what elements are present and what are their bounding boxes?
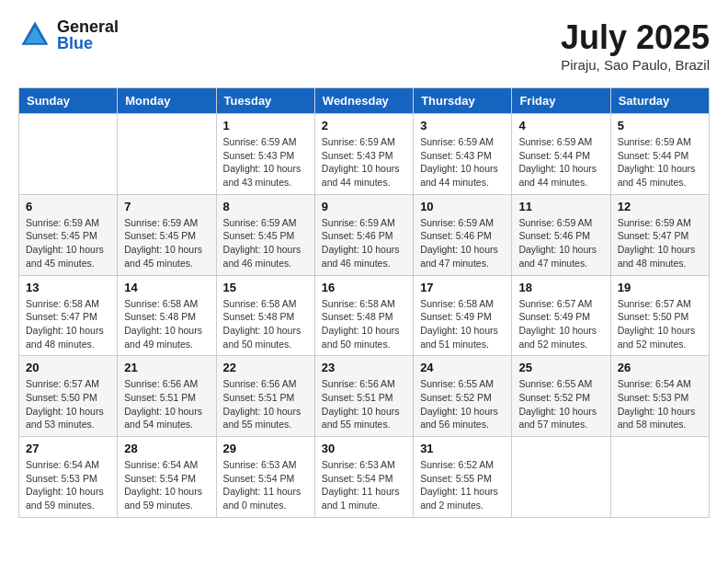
calendar-week-2: 6Sunrise: 6:59 AMSunset: 5:45 PMDaylight…	[19, 194, 710, 275]
day-info: Sunrise: 6:59 AMSunset: 5:43 PMDaylight:…	[420, 135, 505, 190]
calendar-cell: 22Sunrise: 6:56 AMSunset: 5:51 PMDayligh…	[216, 356, 314, 437]
day-header-sunday: Sunday	[19, 88, 118, 114]
calendar-cell	[512, 437, 610, 518]
day-number: 25	[518, 361, 603, 374]
day-header-monday: Monday	[118, 88, 216, 114]
day-number: 28	[124, 442, 209, 455]
day-info: Sunrise: 6:58 AMSunset: 5:48 PMDaylight:…	[124, 297, 209, 351]
day-number: 22	[223, 361, 308, 374]
calendar-week-3: 13Sunrise: 6:58 AMSunset: 5:47 PMDayligh…	[19, 275, 710, 356]
calendar-cell: 24Sunrise: 6:55 AMSunset: 5:52 PMDayligh…	[414, 356, 512, 437]
day-info: Sunrise: 6:57 AMSunset: 5:50 PMDaylight:…	[618, 297, 702, 351]
calendar-cell: 15Sunrise: 6:58 AMSunset: 5:48 PMDayligh…	[216, 275, 314, 356]
day-number: 6	[26, 200, 110, 213]
day-number: 10	[420, 200, 505, 213]
day-number: 12	[618, 200, 702, 213]
day-number: 16	[322, 281, 406, 294]
title-block: July 2025 Piraju, Sao Paulo, Brazil	[561, 18, 710, 73]
day-info: Sunrise: 6:59 AMSunset: 5:47 PMDaylight:…	[618, 216, 702, 270]
calendar-cell: 19Sunrise: 6:57 AMSunset: 5:50 PMDayligh…	[610, 275, 709, 356]
day-header-friday: Friday	[512, 88, 610, 114]
calendar-cell: 29Sunrise: 6:53 AMSunset: 5:54 PMDayligh…	[216, 437, 314, 518]
calendar-cell: 16Sunrise: 6:58 AMSunset: 5:48 PMDayligh…	[314, 275, 413, 356]
day-number: 5	[618, 119, 702, 132]
logo: General Blue	[18, 18, 119, 52]
calendar-cell: 7Sunrise: 6:59 AMSunset: 5:45 PMDaylight…	[118, 194, 216, 275]
day-number: 11	[518, 200, 603, 213]
header-row: SundayMondayTuesdayWednesdayThursdayFrid…	[19, 88, 710, 114]
calendar-cell: 25Sunrise: 6:55 AMSunset: 5:52 PMDayligh…	[512, 356, 610, 437]
day-number: 31	[420, 442, 505, 455]
location: Piraju, Sao Paulo, Brazil	[561, 57, 710, 73]
day-info: Sunrise: 6:56 AMSunset: 5:51 PMDaylight:…	[322, 377, 406, 431]
day-info: Sunrise: 6:59 AMSunset: 5:46 PMDaylight:…	[420, 216, 505, 270]
calendar-cell	[118, 114, 216, 195]
logo-icon	[18, 18, 51, 52]
calendar-cell: 17Sunrise: 6:58 AMSunset: 5:49 PMDayligh…	[414, 275, 512, 356]
day-info: Sunrise: 6:57 AMSunset: 5:49 PMDaylight:…	[518, 297, 603, 351]
calendar-cell: 3Sunrise: 6:59 AMSunset: 5:43 PMDaylight…	[414, 114, 512, 195]
day-info: Sunrise: 6:52 AMSunset: 5:55 PMDaylight:…	[420, 458, 505, 512]
calendar-cell: 9Sunrise: 6:59 AMSunset: 5:46 PMDaylight…	[314, 194, 413, 275]
calendar-cell: 31Sunrise: 6:52 AMSunset: 5:55 PMDayligh…	[414, 437, 512, 518]
calendar-cell: 14Sunrise: 6:58 AMSunset: 5:48 PMDayligh…	[118, 275, 216, 356]
day-number: 26	[618, 361, 702, 374]
page-header: General Blue July 2025 Piraju, Sao Paulo…	[18, 18, 710, 73]
day-number: 18	[518, 281, 603, 294]
day-header-tuesday: Tuesday	[216, 88, 314, 114]
day-info: Sunrise: 6:58 AMSunset: 5:49 PMDaylight:…	[420, 297, 505, 351]
day-info: Sunrise: 6:59 AMSunset: 5:46 PMDaylight:…	[322, 216, 406, 270]
calendar-cell: 30Sunrise: 6:53 AMSunset: 5:54 PMDayligh…	[314, 437, 413, 518]
day-info: Sunrise: 6:59 AMSunset: 5:45 PMDaylight:…	[124, 216, 209, 270]
logo-general-text: General	[57, 18, 119, 35]
day-info: Sunrise: 6:55 AMSunset: 5:52 PMDaylight:…	[518, 377, 603, 431]
calendar-week-4: 20Sunrise: 6:57 AMSunset: 5:50 PMDayligh…	[19, 356, 710, 437]
day-number: 14	[124, 281, 209, 294]
day-info: Sunrise: 6:54 AMSunset: 5:53 PMDaylight:…	[26, 458, 110, 512]
calendar-cell: 28Sunrise: 6:54 AMSunset: 5:54 PMDayligh…	[118, 437, 216, 518]
day-info: Sunrise: 6:58 AMSunset: 5:48 PMDaylight:…	[223, 297, 308, 351]
calendar-cell: 13Sunrise: 6:58 AMSunset: 5:47 PMDayligh…	[19, 275, 118, 356]
calendar-cell	[610, 437, 709, 518]
calendar-cell: 20Sunrise: 6:57 AMSunset: 5:50 PMDayligh…	[19, 356, 118, 437]
calendar-cell: 4Sunrise: 6:59 AMSunset: 5:44 PMDaylight…	[512, 114, 610, 195]
day-info: Sunrise: 6:54 AMSunset: 5:54 PMDaylight:…	[124, 458, 209, 512]
day-number: 29	[223, 442, 308, 455]
calendar-cell: 27Sunrise: 6:54 AMSunset: 5:53 PMDayligh…	[19, 437, 118, 518]
calendar-week-1: 1Sunrise: 6:59 AMSunset: 5:43 PMDaylight…	[19, 114, 710, 195]
day-info: Sunrise: 6:56 AMSunset: 5:51 PMDaylight:…	[223, 377, 308, 431]
calendar-cell: 1Sunrise: 6:59 AMSunset: 5:43 PMDaylight…	[216, 114, 314, 195]
day-info: Sunrise: 6:56 AMSunset: 5:51 PMDaylight:…	[124, 377, 209, 431]
calendar-cell: 11Sunrise: 6:59 AMSunset: 5:46 PMDayligh…	[512, 194, 610, 275]
day-header-wednesday: Wednesday	[314, 88, 413, 114]
day-number: 21	[124, 361, 209, 374]
logo-blue-text: Blue	[57, 35, 119, 52]
logo-text: General Blue	[57, 18, 119, 52]
day-number: 8	[223, 200, 308, 213]
calendar-cell: 12Sunrise: 6:59 AMSunset: 5:47 PMDayligh…	[610, 194, 709, 275]
calendar-header: SundayMondayTuesdayWednesdayThursdayFrid…	[19, 88, 710, 114]
day-info: Sunrise: 6:58 AMSunset: 5:48 PMDaylight:…	[322, 297, 406, 351]
calendar-cell: 21Sunrise: 6:56 AMSunset: 5:51 PMDayligh…	[118, 356, 216, 437]
day-number: 1	[223, 119, 308, 132]
day-info: Sunrise: 6:59 AMSunset: 5:43 PMDaylight:…	[322, 135, 406, 190]
day-number: 3	[420, 119, 505, 132]
calendar-table: SundayMondayTuesdayWednesdayThursdayFrid…	[18, 87, 710, 518]
day-number: 7	[124, 200, 209, 213]
day-number: 27	[26, 442, 110, 455]
day-number: 2	[322, 119, 406, 132]
day-number: 23	[322, 361, 406, 374]
day-number: 15	[223, 281, 308, 294]
day-info: Sunrise: 6:57 AMSunset: 5:50 PMDaylight:…	[26, 377, 110, 431]
calendar-cell: 18Sunrise: 6:57 AMSunset: 5:49 PMDayligh…	[512, 275, 610, 356]
month-title: July 2025	[561, 18, 710, 57]
calendar-cell: 23Sunrise: 6:56 AMSunset: 5:51 PMDayligh…	[314, 356, 413, 437]
day-info: Sunrise: 6:59 AMSunset: 5:44 PMDaylight:…	[518, 135, 603, 190]
calendar-cell: 6Sunrise: 6:59 AMSunset: 5:45 PMDaylight…	[19, 194, 118, 275]
day-number: 4	[518, 119, 603, 132]
day-number: 17	[420, 281, 505, 294]
day-info: Sunrise: 6:59 AMSunset: 5:46 PMDaylight:…	[518, 216, 603, 270]
calendar-cell: 26Sunrise: 6:54 AMSunset: 5:53 PMDayligh…	[610, 356, 709, 437]
day-header-thursday: Thursday	[414, 88, 512, 114]
day-info: Sunrise: 6:53 AMSunset: 5:54 PMDaylight:…	[322, 458, 406, 512]
